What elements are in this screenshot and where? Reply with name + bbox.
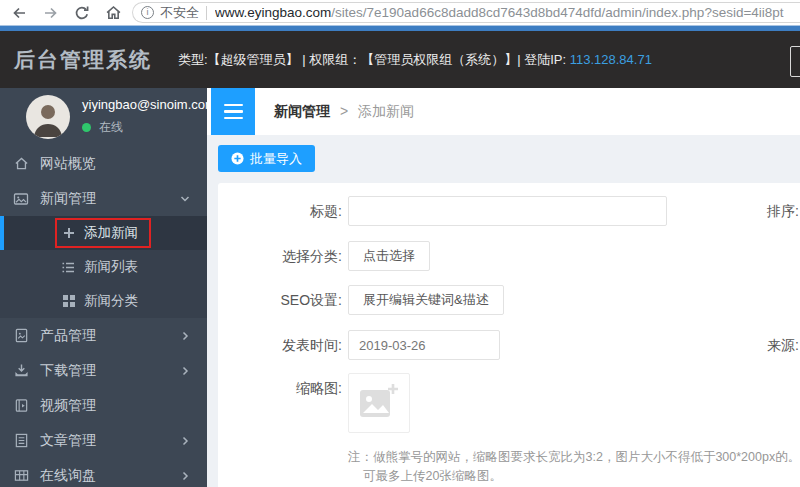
url-host: www.eyingbao.com (215, 5, 331, 20)
breadcrumb-separator: > (340, 103, 348, 119)
plus-icon (62, 227, 75, 240)
sidebar-item-label: 产品管理 (40, 327, 96, 345)
online-dot-icon (82, 123, 91, 132)
table-icon (13, 468, 29, 484)
note-line-2: 可最多上传20张缩略图。 (348, 467, 800, 486)
list-icon (62, 261, 75, 274)
url-text[interactable]: www.eyingbao.com/sites/7e190ad66c8dadd8c… (215, 5, 784, 20)
browser-toolbar: i 不安全 www.eyingbao.com/sites/7e190ad66c8… (0, 0, 800, 25)
sidebar-item-label: 新闻分类 (84, 292, 138, 310)
chevron-right-icon (179, 330, 191, 342)
admin-header: 后台管理系统 类型:【超级管理员】 | 权限组：【管理员权限组（系统）】| 登陆… (0, 31, 800, 88)
thumbnail-label: 缩略图: (218, 373, 342, 403)
main-content: 新闻管理 > 添加新闻 批量导入 标题: 排序: 选择分类: 点击选择 SEO设 (207, 88, 800, 487)
sidebar-item-label: 添加新闻 (84, 224, 138, 242)
image-plus-icon (357, 382, 401, 424)
login-ip: 113.128.84.71 (570, 52, 652, 67)
plus-circle-icon (231, 152, 244, 165)
chevron-right-icon (179, 365, 191, 377)
login-info-text: 类型:【超级管理员】 | 权限组：【管理员权限组（系统）】| 登陆IP: (178, 52, 566, 67)
sidebar-nav: 网站概览 新闻管理 添加新闻 (0, 146, 207, 487)
content-topbar: 新闻管理 > 添加新闻 (207, 88, 800, 135)
sidebar-item-label: 新闻管理 (40, 190, 96, 208)
sidebar-item-news-category[interactable]: 新闻分类 (0, 284, 207, 318)
sidebar-item-add-news[interactable]: 添加新闻 (0, 216, 207, 250)
user-block: yiyingbao@sinoim.com 在线 (0, 88, 207, 146)
chevron-down-icon (179, 193, 191, 205)
note-line-1: 注：做熊掌号的网站，缩略图要求长宽比为3:2，图片大小不得低于300*200px… (348, 448, 800, 467)
form-panel: 标题: 排序: 选择分类: 点击选择 SEO设置: 展开编辑关键词&描述 发表时… (218, 183, 800, 487)
online-label: 在线 (99, 119, 123, 136)
source-label: 来源: (753, 330, 799, 360)
seo-label: SEO设置: (218, 285, 342, 315)
breadcrumb: 新闻管理 > 添加新闻 (274, 103, 414, 121)
back-icon[interactable] (10, 4, 28, 22)
publish-date-input[interactable] (348, 330, 500, 360)
category-select-button[interactable]: 点击选择 (348, 241, 430, 271)
address-bar[interactable]: i 不安全 www.eyingbao.com/sites/7e190ad66c8… (132, 2, 800, 23)
sidebar-item-news-list[interactable]: 新闻列表 (0, 250, 207, 284)
sidebar-item-downloads[interactable]: 下载管理 (0, 353, 207, 388)
hamburger-menu-button[interactable] (211, 88, 255, 135)
video-icon (13, 398, 29, 414)
thumbnail-note: 注：做熊掌号的网站，缩略图要求长宽比为3:2，图片大小不得低于300*200px… (348, 448, 800, 486)
sort-label: 排序: (753, 196, 799, 226)
login-info: 类型:【超级管理员】 | 权限组：【管理员权限组（系统）】| 登陆IP: 113… (178, 51, 652, 69)
sidebar-item-products[interactable]: 产品管理 (0, 318, 207, 353)
sidebar-item-label: 网站概览 (40, 155, 96, 173)
chevron-right-icon (179, 435, 191, 447)
address-divider (206, 6, 207, 20)
sidebar-item-inquiries[interactable]: 在线询盘 (0, 458, 207, 487)
article-icon (13, 433, 29, 449)
sidebar-item-site-overview[interactable]: 网站概览 (0, 146, 207, 181)
grid-icon (62, 295, 75, 308)
sidebar: yiyingbao@sinoim.com 在线 网站概览 新闻管理 (0, 88, 207, 487)
sidebar-item-videos[interactable]: 视频管理 (0, 388, 207, 423)
sidebar-item-label: 在线询盘 (40, 467, 96, 485)
avatar[interactable] (26, 95, 70, 139)
refresh-icon[interactable] (73, 4, 91, 22)
thumbnail-upload-box[interactable] (348, 373, 410, 433)
sidebar-item-articles[interactable]: 文章管理 (0, 423, 207, 458)
workspace: 批量导入 标题: 排序: 选择分类: 点击选择 SEO设置: 展开编辑关键词&描… (207, 135, 800, 487)
breadcrumb-parent[interactable]: 新闻管理 (274, 103, 330, 119)
news-submenu: 添加新闻 新闻列表 新闻分类 (0, 216, 207, 318)
page-title: 后台管理系统 (14, 46, 152, 74)
home-toolbar-icon[interactable] (104, 4, 122, 22)
sidebar-item-label: 下载管理 (40, 362, 96, 380)
batch-import-button[interactable]: 批量导入 (218, 145, 315, 172)
sidebar-item-label: 文章管理 (40, 432, 96, 450)
title-label: 标题: (218, 196, 342, 226)
logout-button[interactable] (790, 46, 800, 77)
publish-date-label: 发表时间: (218, 330, 342, 360)
batch-import-label: 批量导入 (250, 150, 302, 168)
breadcrumb-current: 添加新闻 (358, 103, 414, 119)
sidebar-item-news[interactable]: 新闻管理 (0, 181, 207, 216)
info-icon[interactable]: i (141, 6, 154, 19)
url-path: /sites/7e190ad66c8dadd8cd7643d8bd474dfd/… (331, 5, 783, 20)
chevron-right-icon (179, 470, 191, 482)
home-icon (13, 156, 29, 172)
user-status: 在线 (82, 119, 123, 136)
sidebar-item-label: 新闻列表 (84, 258, 138, 276)
title-input[interactable] (348, 196, 667, 226)
security-label[interactable]: 不安全 (160, 4, 199, 22)
sidebar-item-label: 视频管理 (40, 397, 96, 415)
user-email[interactable]: yiyingbao@sinoim.com (82, 97, 216, 112)
product-icon (13, 328, 29, 344)
seo-expand-button[interactable]: 展开编辑关键词&描述 (348, 285, 504, 315)
download-icon (13, 363, 29, 379)
forward-icon[interactable] (42, 4, 60, 22)
news-icon (13, 191, 29, 207)
category-label: 选择分类: (218, 241, 342, 271)
